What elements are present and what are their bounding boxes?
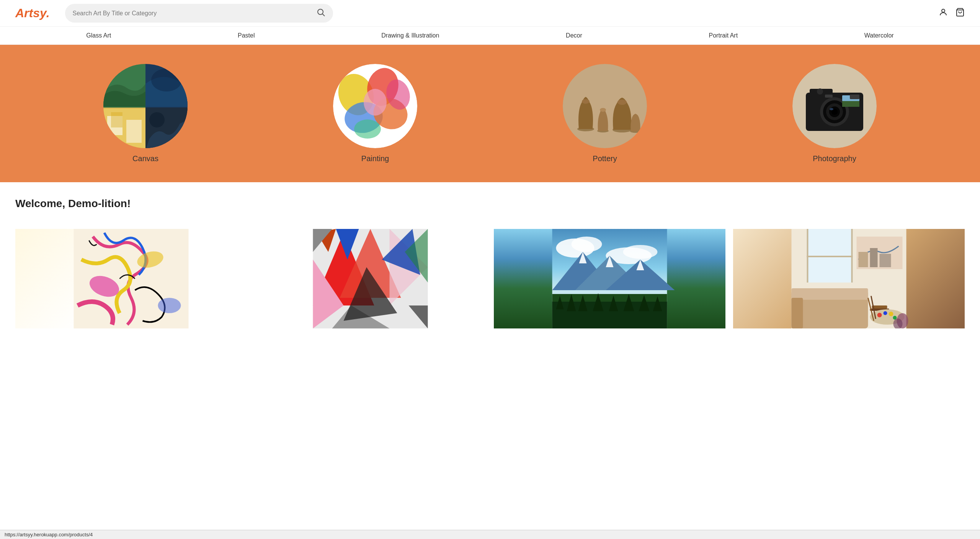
svg-point-98 [877, 313, 882, 317]
user-icon[interactable] [939, 7, 948, 20]
product-card-2[interactable] [255, 229, 486, 328]
canvas-quadrant-2 [145, 64, 188, 108]
search-input[interactable] [73, 10, 316, 17]
header: Artsy. [0, 0, 980, 27]
svg-point-99 [884, 311, 887, 315]
svg-point-63 [572, 237, 602, 252]
search-bar [65, 4, 333, 23]
cart-icon[interactable] [956, 7, 965, 20]
category-painting-image [333, 64, 417, 148]
svg-rect-10 [111, 112, 122, 127]
nav-item-glass-art[interactable]: Glass Art [86, 32, 111, 39]
category-canvas-image [103, 64, 188, 148]
svg-point-18 [364, 89, 387, 116]
svg-rect-9 [126, 120, 142, 143]
svg-point-6 [151, 69, 182, 91]
nav: Glass Art Pastel Drawing & Illustration … [0, 27, 980, 45]
svg-rect-42 [825, 95, 833, 98]
logo[interactable]: Artsy. [15, 6, 50, 20]
product-card-1[interactable] [15, 229, 247, 328]
category-canvas-label: Canvas [132, 154, 158, 163]
svg-rect-91 [880, 254, 891, 267]
category-pottery[interactable]: Pottery [563, 64, 647, 163]
svg-point-23 [582, 99, 590, 104]
svg-rect-93 [792, 288, 868, 300]
product-image-4 [733, 229, 965, 328]
product-card-3[interactable] [494, 229, 725, 328]
category-painting-label: Painting [361, 154, 389, 163]
svg-rect-87 [807, 256, 853, 257]
hero-banner: Canvas Painting [0, 45, 980, 182]
category-pottery-label: Pottery [593, 154, 617, 163]
product-image-1 [15, 229, 247, 328]
svg-point-37 [830, 108, 833, 110]
svg-point-12 [149, 112, 165, 127]
canvas-quadrant-3 [103, 108, 145, 148]
category-pottery-image [563, 64, 647, 148]
svg-point-100 [889, 312, 893, 316]
category-photography-image [792, 64, 877, 148]
category-canvas[interactable]: Canvas [103, 64, 188, 163]
svg-point-21 [563, 64, 647, 148]
product-card-4[interactable] [733, 229, 965, 328]
svg-point-0 [318, 9, 323, 15]
product-image-2 [255, 229, 486, 328]
canvas-quadrant-4 [145, 108, 188, 148]
welcome-title: Welcome, Demo-lition! [15, 198, 965, 210]
svg-rect-90 [870, 248, 878, 267]
svg-rect-43 [850, 95, 859, 99]
svg-point-2 [942, 9, 945, 12]
nav-item-portrait-art[interactable]: Portrait Art [709, 32, 738, 39]
nav-item-pastel[interactable]: Pastel [238, 32, 255, 39]
category-painting[interactable]: Painting [333, 64, 417, 163]
nav-item-drawing-illustration[interactable]: Drawing & Illustration [381, 32, 439, 39]
header-icons [939, 7, 965, 20]
svg-point-41 [817, 88, 823, 95]
category-photography-label: Photography [813, 154, 856, 163]
welcome-section: Welcome, Demo-lition! [0, 182, 980, 229]
product-image-3 [494, 229, 725, 328]
category-photography[interactable]: Photography [792, 64, 877, 163]
product-grid [0, 229, 980, 344]
svg-rect-95 [872, 305, 887, 309]
search-icon[interactable] [316, 8, 325, 19]
svg-point-19 [354, 119, 381, 139]
svg-point-47 [158, 298, 181, 313]
svg-rect-40 [842, 101, 859, 107]
svg-line-1 [322, 14, 325, 16]
nav-item-decor[interactable]: Decor [566, 32, 582, 39]
canvas-quadrant-1 [103, 64, 145, 108]
svg-rect-89 [859, 252, 868, 267]
svg-point-27 [617, 100, 627, 105]
svg-point-65 [623, 245, 658, 259]
svg-rect-94 [792, 298, 803, 328]
nav-item-watercolor[interactable]: Watercolor [864, 32, 894, 39]
svg-point-25 [600, 108, 606, 112]
